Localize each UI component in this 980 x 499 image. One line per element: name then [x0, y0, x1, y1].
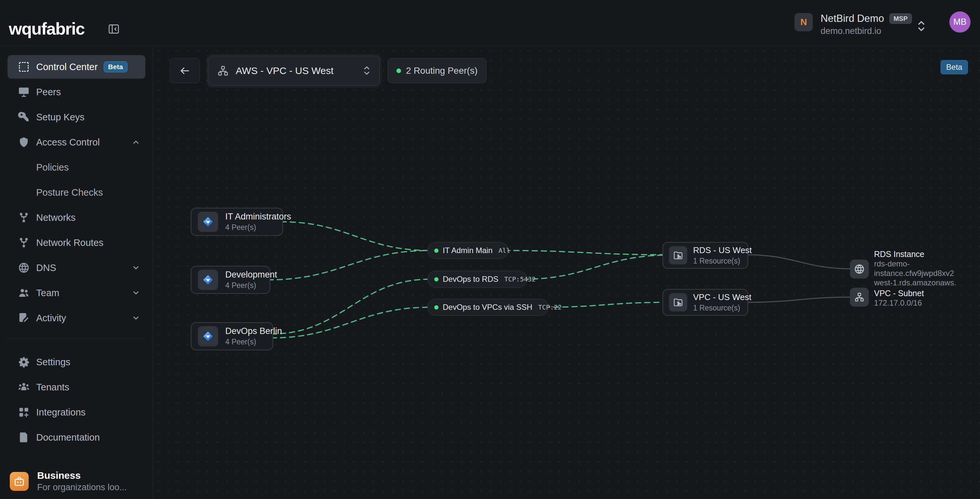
- endpoint-title: RDS Instance: [874, 249, 956, 259]
- sidebar-item-team[interactable]: Team: [8, 281, 145, 305]
- sidebar-item-tenants[interactable]: Tenants: [8, 375, 145, 399]
- network-selector-value: AWS - VPC - US West: [236, 65, 334, 77]
- sidebar-item-label: Networks: [36, 212, 76, 223]
- sidebar-item-dns[interactable]: DNS: [8, 256, 145, 279]
- routing-peers-button[interactable]: 2 Routing Peer(s): [388, 58, 487, 83]
- endpoint-vpc-subnet: VPC - Subnet 172.17.0.0/16: [874, 288, 956, 308]
- business-upgrade-card[interactable]: Business For organizations loo...: [10, 470, 127, 493]
- policy-node-devops-to-vpcs-via-ssh[interactable]: DevOps to VPCs via SSH TCP:22: [427, 299, 549, 316]
- msp-badge: MSP: [889, 13, 912, 24]
- beta-badge: Beta: [104, 61, 128, 72]
- resource-node-vpc-us-west[interactable]: VPC - US West 1 Resource(s): [662, 289, 748, 316]
- sidebar-item-setup-keys[interactable]: Setup Keys: [8, 105, 145, 129]
- sidebar-item-label: Network Routes: [36, 238, 103, 248]
- group-peer-count: 4 Peer(s): [225, 338, 282, 346]
- sidebar-item-label: Access Control: [36, 137, 100, 148]
- sidebar-item-documentation[interactable]: Documentation: [8, 426, 145, 449]
- tenant-avatar: N: [794, 13, 813, 31]
- sidebar-item-activity[interactable]: Activity: [8, 306, 145, 330]
- policy-name: IT Admin Main: [443, 246, 493, 255]
- sidebar-item-access-control[interactable]: Access Control: [8, 131, 145, 154]
- sidebar-item-label: Posture Checks: [36, 187, 103, 198]
- sidebar-item-networks[interactable]: Networks: [8, 206, 145, 229]
- endpoint-title: VPC - Subnet: [874, 288, 956, 298]
- subnet-icon[interactable]: [850, 288, 869, 306]
- document-icon: [18, 432, 30, 443]
- peer-group-icon: [198, 326, 218, 346]
- sidebar-item-control-center[interactable]: Control Center Beta: [8, 55, 145, 79]
- business-subtitle: For organizations loo...: [37, 482, 127, 493]
- sidebar-item-label: Team: [36, 288, 59, 298]
- resource-name: VPC - US West: [693, 292, 751, 302]
- endpoint-rds-instance: RDS Instance rds-demo- instance.cfw9jwpd…: [874, 249, 956, 287]
- policy-status-dot: [434, 305, 439, 309]
- policy-name: DevOps to VPCs via SSH: [443, 303, 532, 312]
- policy-status-dot: [434, 249, 439, 253]
- chevron-down-icon: [132, 263, 140, 272]
- key-icon: [18, 111, 30, 123]
- sidebar-item-label: Peers: [36, 87, 61, 97]
- sidebar-item-policies[interactable]: Policies: [8, 156, 145, 179]
- sidebar-collapse-icon[interactable]: [108, 23, 120, 35]
- folder-network-icon: [669, 246, 687, 265]
- policy-node-it-admin-main[interactable]: IT Admin Main All: [427, 242, 508, 259]
- sidebar-item-label: Policies: [36, 162, 69, 173]
- sidebar-item-peers[interactable]: Peers: [8, 80, 145, 104]
- globe-icon: [18, 262, 30, 274]
- sidebar-item-label: Integrations: [36, 407, 86, 418]
- group-peer-count: 4 Peer(s): [225, 281, 277, 290]
- peer-group-icon: [198, 270, 218, 290]
- briefcase-icon: [10, 472, 29, 491]
- sidebar-item-label: DNS: [36, 263, 56, 273]
- group-node-it-administrators[interactable]: IT Administrators 4 Peer(s): [191, 208, 283, 236]
- tenant-switcher[interactable]: N NetBird Demo MSP demo.netbird.io: [794, 13, 912, 36]
- routing-peers-label: 2 Routing Peer(s): [406, 65, 477, 76]
- group-node-development[interactable]: Development 4 Peer(s): [191, 266, 270, 294]
- folder-network-icon: [669, 293, 687, 311]
- sidebar-item-integrations[interactable]: Integrations: [8, 400, 145, 424]
- tenant-name: NetBird Demo: [821, 13, 884, 24]
- group-name: IT Administrators: [225, 212, 291, 222]
- back-button[interactable]: [170, 58, 200, 83]
- group-name: DevOps Berlin: [225, 326, 282, 336]
- policy-status-dot: [434, 277, 439, 281]
- sidebar-item-label: Settings: [36, 357, 70, 368]
- policy-port: TCP:5432: [498, 275, 541, 283]
- network-branch-icon: [18, 212, 30, 223]
- sidebar-item-network-routes[interactable]: Network Routes: [8, 231, 145, 254]
- users-group-icon: [18, 381, 30, 393]
- group-node-devops-berlin[interactable]: DevOps Berlin 4 Peer(s): [191, 322, 273, 350]
- sidebar-item-label: Activity: [36, 313, 66, 324]
- globe-icon[interactable]: [850, 260, 869, 279]
- endpoint-address-line: instance.cfw9jwpd8xv2: [874, 268, 956, 278]
- sidebar-item-posture-checks[interactable]: Posture Checks: [8, 181, 145, 204]
- resource-node-rds-us-west[interactable]: RDS - US West 1 Resource(s): [662, 242, 748, 269]
- tenant-switcher-chevron-icon[interactable]: [915, 18, 927, 34]
- monitor-icon: [18, 86, 30, 98]
- shield-icon: [18, 136, 30, 148]
- user-avatar[interactable]: MB: [949, 11, 970, 33]
- tenant-domain: demo.netbird.io: [821, 26, 912, 36]
- business-title: Business: [37, 470, 127, 481]
- group-name: Development: [225, 270, 277, 280]
- policy-node-devops-to-rds[interactable]: DevOps to RDS TCP:5432: [427, 271, 527, 288]
- policy-name: DevOps to RDS: [443, 274, 498, 284]
- sidebar-item-label: Control Center: [36, 62, 98, 72]
- app-window: wqufabric N NetBird Demo MSP demo.netbir…: [0, 0, 980, 499]
- group-peer-count: 4 Peer(s): [225, 223, 291, 232]
- chevron-down-icon: [132, 314, 140, 322]
- brand-logo: wqufabric: [9, 19, 84, 38]
- network-selector-dropdown[interactable]: AWS - VPC - US West: [208, 56, 380, 86]
- resource-count: 1 Resource(s): [693, 257, 752, 265]
- resource-name: RDS - US West: [693, 245, 752, 255]
- sidebar-item-label: Tenants: [36, 382, 70, 393]
- peer-group-icon: [198, 212, 218, 232]
- endpoint-cidr: 172.17.0.0/16: [874, 298, 956, 308]
- chevron-down-icon: [132, 289, 140, 297]
- users-icon: [18, 287, 30, 299]
- blocks-plus-icon: [18, 407, 30, 418]
- file-pen-icon: [18, 312, 30, 324]
- box-select-icon: [18, 61, 30, 73]
- policy-port: All: [493, 247, 516, 254]
- sidebar-item-settings[interactable]: Settings: [8, 350, 145, 374]
